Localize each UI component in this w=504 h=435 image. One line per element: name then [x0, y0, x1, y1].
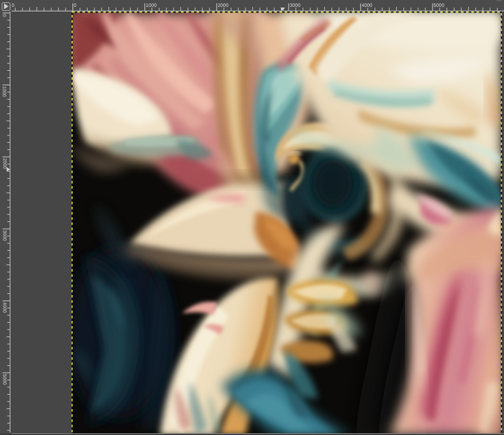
- svg-text:4000: 4000: [2, 302, 7, 313]
- svg-text:3000: 3000: [290, 2, 301, 8]
- svg-text:2000: 2000: [218, 2, 229, 8]
- svg-text:5000: 5000: [2, 374, 7, 385]
- svg-text:1000: 1000: [2, 86, 7, 97]
- svg-text:3000: 3000: [2, 230, 7, 241]
- svg-text:1000: 1000: [146, 2, 157, 8]
- svg-text:5000: 5000: [434, 2, 445, 8]
- svg-text:0: 0: [74, 2, 77, 8]
- svg-text:0: 0: [2, 14, 7, 17]
- svg-text:4000: 4000: [362, 2, 373, 8]
